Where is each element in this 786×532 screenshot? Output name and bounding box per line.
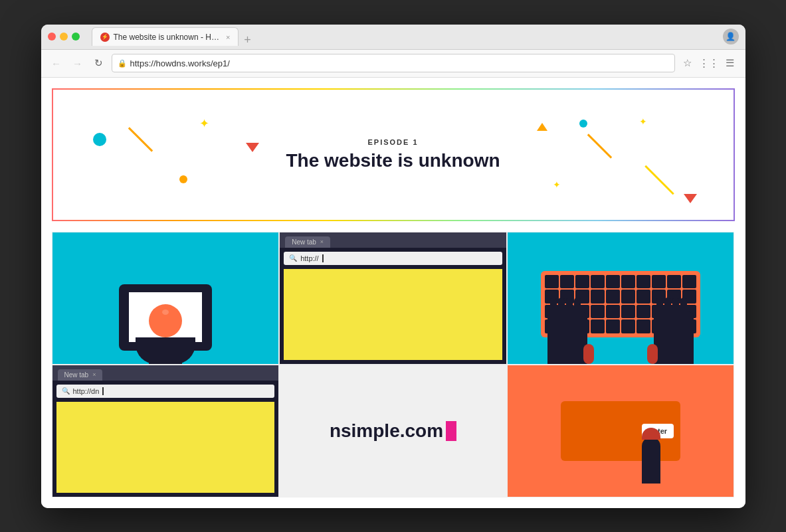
cell-person-computer	[52, 232, 280, 365]
mini-address-bar: 🔍 http://	[284, 252, 502, 265]
tab-title: The website is unknown - H…	[114, 33, 219, 42]
mini-url-text: http://	[300, 254, 319, 262]
url-text: https://howdns.works/ep1/	[130, 58, 230, 68]
key	[637, 305, 650, 319]
thumb-right	[647, 344, 658, 364]
hero-section: ✦ ✦ ✦ EPISODE 1 The website is unknown	[52, 88, 735, 221]
finger	[566, 298, 573, 315]
nav-bar: ← → ↻ 🔒 https://howdns.works/ep1/ ☆ ⋮⋮ ☰	[41, 50, 745, 78]
illustration-grid: New tab × 🔍 http://	[52, 232, 735, 497]
title-bar: ⚡ The website is unknown - H… × + 👤	[41, 25, 745, 50]
key	[652, 275, 666, 289]
mini-page-yellow	[284, 269, 502, 360]
keyboard-container	[508, 232, 734, 364]
key	[591, 319, 605, 333]
reload-button[interactable]: ↻	[90, 54, 108, 72]
cursor	[322, 254, 324, 262]
mini-dns-url: http://dn	[73, 387, 100, 395]
key	[560, 275, 574, 289]
menu-button[interactable]: ☰	[722, 54, 739, 72]
traffic-lights	[48, 33, 80, 41]
bookmark-button[interactable]: ☆	[679, 54, 696, 72]
pressing-finger	[642, 437, 660, 484]
key	[606, 290, 620, 304]
nsimple-label-group: nsimple.com	[330, 420, 456, 442]
mini-browser-chrome2: New tab ×	[52, 365, 279, 381]
key	[621, 275, 635, 289]
new-tab-button[interactable]: +	[240, 34, 255, 46]
key	[591, 275, 605, 289]
mini-tab: New tab ×	[285, 236, 330, 248]
deco-line-1	[128, 127, 152, 151]
maximize-button[interactable]	[72, 33, 80, 41]
mini-tab-label: New tab	[292, 238, 316, 246]
nsimple-domain: nsimple.com	[330, 420, 443, 442]
deco-dot-2	[179, 175, 187, 183]
page-content: ✦ ✦ ✦ EPISODE 1 The website is unknown	[41, 78, 745, 508]
cursor2	[102, 387, 104, 395]
desk-surface: Enter	[561, 401, 680, 461]
forward-button[interactable]: →	[69, 54, 86, 72]
left-hand	[547, 311, 587, 364]
key	[621, 319, 635, 333]
deco-star-3: ✦	[553, 179, 561, 190]
key	[591, 305, 605, 319]
finger	[656, 298, 663, 315]
browser-window: ⚡ The website is unknown - H… × + 👤 ← → …	[41, 25, 745, 508]
mini-tab2-close: ×	[92, 371, 96, 378]
episode-label: EPISODE 1	[367, 138, 418, 146]
address-bar[interactable]: 🔒 https://howdns.works/ep1/	[112, 54, 675, 72]
key	[621, 290, 635, 304]
mini-browser-chrome: New tab ×	[280, 232, 506, 248]
finger	[664, 298, 671, 315]
cell-enter-key: Enter	[507, 365, 735, 497]
key	[545, 275, 559, 289]
key	[591, 290, 605, 304]
profile-icon[interactable]: 👤	[723, 29, 739, 44]
mini-page-yellow2	[56, 402, 275, 493]
finger	[672, 298, 679, 315]
cell-keyboard-hands	[507, 232, 735, 365]
key	[606, 305, 620, 319]
tab-close-icon[interactable]: ×	[226, 33, 230, 41]
mini-tab2-label: New tab	[64, 371, 89, 379]
key	[637, 319, 650, 333]
tab-favicon: ⚡	[100, 33, 110, 42]
deco-triangle-3	[684, 194, 697, 203]
key	[682, 275, 696, 289]
person-head	[149, 304, 182, 337]
deco-line-2	[587, 133, 611, 158]
deco-star-1: ✦	[199, 116, 209, 131]
key	[637, 275, 650, 289]
deco-triangle-1	[246, 143, 259, 152]
key	[575, 275, 589, 289]
search-icon2: 🔍	[62, 387, 70, 395]
deco-line-3	[644, 165, 674, 195]
key	[621, 305, 635, 319]
cell-dns-typing: New tab × 🔍 http://dn	[52, 365, 280, 497]
mini-tab-close: ×	[320, 238, 324, 245]
hero-title: The website is unknown	[286, 150, 500, 171]
tab-area: ⚡ The website is unknown - H… × +	[92, 27, 723, 46]
nsimple-cursor	[446, 421, 456, 441]
finger	[558, 298, 565, 315]
finger	[550, 298, 557, 315]
mini-tab2: New tab ×	[58, 369, 103, 381]
back-button[interactable]: ←	[48, 54, 65, 72]
cell-browser-typing: New tab × 🔍 http://	[279, 232, 507, 365]
extensions-button[interactable]: ⋮⋮	[700, 54, 718, 72]
key	[667, 275, 681, 289]
deco-triangle-2	[537, 123, 547, 131]
deco-dot-1	[579, 120, 587, 128]
finger	[680, 298, 687, 315]
right-hand	[654, 311, 694, 364]
hand-palm-left	[547, 311, 587, 364]
active-tab[interactable]: ⚡ The website is unknown - H… ×	[92, 27, 239, 46]
search-icon: 🔍	[289, 254, 297, 262]
finger	[574, 298, 581, 315]
lock-icon: 🔒	[118, 59, 127, 68]
minimize-button[interactable]	[60, 33, 68, 41]
cell-nsimple: nsimple.com	[279, 365, 507, 497]
close-button[interactable]	[48, 33, 56, 41]
mini-address-bar2: 🔍 http://dn	[56, 385, 275, 398]
